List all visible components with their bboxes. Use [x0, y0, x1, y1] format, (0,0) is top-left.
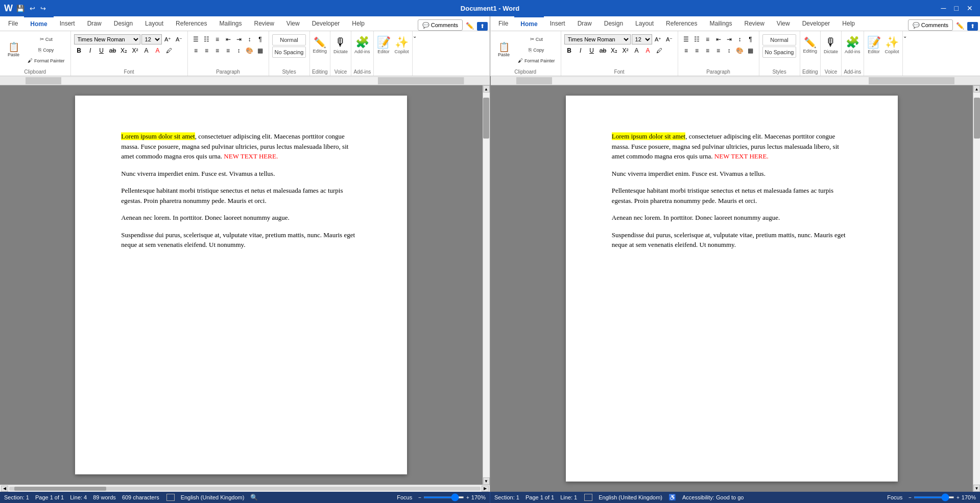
scroll-down-btn-right[interactable]: ▼: [973, 485, 980, 492]
undo-quick-btn[interactable]: ↩: [28, 4, 37, 13]
strikethrough-btn-right[interactable]: ab: [598, 45, 608, 56]
increase-indent-btn-left[interactable]: ⇥: [234, 34, 244, 44]
tab-references-left[interactable]: References: [170, 16, 213, 31]
styles-more-left[interactable]: No Spacing: [272, 47, 306, 58]
share-btn-right[interactable]: ⬆: [967, 22, 978, 31]
styles-gallery-left[interactable]: Normal: [272, 34, 306, 45]
format-painter-btn-left[interactable]: 🖌Format Painter: [25, 56, 67, 66]
align-right-btn-right[interactable]: ≡: [703, 45, 713, 56]
format-painter-btn-right[interactable]: 🖌Format Painter: [515, 56, 558, 66]
highlight-btn-right[interactable]: 🖊: [654, 45, 664, 56]
strikethrough-btn-left[interactable]: ab: [108, 45, 118, 56]
multilevel-btn-left[interactable]: ≡: [212, 34, 223, 44]
cut-btn-right[interactable]: ✂Cut: [515, 34, 558, 44]
scroll-up-btn-right[interactable]: ▲: [973, 85, 980, 93]
zoom-in-icon-left[interactable]: +: [466, 495, 469, 500]
align-left-btn-left[interactable]: ≡: [191, 45, 201, 56]
zoom-slider-right[interactable]: [914, 496, 954, 498]
edit-btn-left[interactable]: ✏️: [463, 21, 477, 31]
tab-mailings-left[interactable]: Mailings: [213, 16, 248, 31]
tab-review-left[interactable]: Review: [248, 16, 280, 31]
superscript-btn-right[interactable]: X²: [620, 45, 631, 56]
borders-btn-right[interactable]: ▦: [746, 45, 756, 56]
paste-btn-right[interactable]: 📋 Paste: [493, 35, 514, 65]
styles-more-right[interactable]: No Spacing: [762, 47, 797, 58]
tab-developer-left[interactable]: Developer: [306, 16, 346, 31]
paste-btn-left[interactable]: 📋 Paste: [3, 35, 24, 65]
justify-btn-left[interactable]: ≡: [223, 45, 233, 56]
maximize-btn[interactable]: □: [951, 3, 962, 13]
multilevel-btn-right[interactable]: ≡: [703, 34, 713, 44]
close-btn[interactable]: ✕: [964, 3, 976, 13]
tab-developer-right[interactable]: Developer: [796, 16, 836, 31]
styles-gallery-right[interactable]: Normal: [762, 34, 797, 45]
tab-file-left[interactable]: File: [2, 16, 24, 31]
copy-btn-right[interactable]: ⎘Copy: [515, 45, 558, 55]
align-right-btn-left[interactable]: ≡: [212, 45, 223, 56]
align-center-btn-left[interactable]: ≡: [202, 45, 212, 56]
minimize-btn[interactable]: ─: [938, 3, 949, 13]
comments-btn-right[interactable]: 💬 Comments: [908, 19, 953, 31]
tab-review-right[interactable]: Review: [738, 16, 771, 31]
edit-btn-right[interactable]: ✏️: [953, 21, 967, 31]
bold-btn-right[interactable]: B: [564, 45, 575, 56]
tab-file-right[interactable]: File: [492, 16, 514, 31]
expand-ribbon-btn-right[interactable]: ⌄: [903, 33, 907, 39]
scroll-up-btn-left[interactable]: ▲: [483, 85, 490, 93]
highlight-btn-left[interactable]: 🖊: [164, 45, 174, 56]
zoom-out-icon-left[interactable]: −: [418, 495, 421, 500]
sort-btn-left[interactable]: ↕: [245, 34, 255, 44]
font-color-btn-left[interactable]: A: [153, 45, 163, 56]
tab-insert-left[interactable]: Insert: [54, 16, 81, 31]
tab-references-right[interactable]: References: [660, 16, 703, 31]
underline-btn-right[interactable]: U: [587, 45, 597, 56]
tab-mailings-right[interactable]: Mailings: [703, 16, 738, 31]
left-doc-scroll[interactable]: Lorem ipsum dolor sit amet, consectetuer…: [0, 85, 483, 485]
scroll-down-btn-left[interactable]: ▼: [483, 477, 490, 485]
scroll-left-btn-left[interactable]: ◀: [1, 486, 8, 492]
tab-view-left[interactable]: View: [280, 16, 306, 31]
zoom-slider-left[interactable]: [423, 496, 464, 498]
shading-btn-left[interactable]: 🎨: [245, 45, 255, 56]
numbering-btn-right[interactable]: ☷: [692, 34, 702, 44]
tab-view-right[interactable]: View: [771, 16, 796, 31]
line-spacing-btn-right[interactable]: ↕: [724, 45, 734, 56]
copy-btn-left[interactable]: ⎘Copy: [25, 45, 67, 55]
right-focus-btn[interactable]: Focus: [887, 494, 902, 500]
font-size-select-right[interactable]: 12: [632, 34, 652, 44]
italic-btn-right[interactable]: I: [576, 45, 586, 56]
right-vscrollbar[interactable]: ▲ ▼: [973, 85, 980, 492]
clear-format-btn-left[interactable]: A: [141, 45, 152, 56]
tab-design-left[interactable]: Design: [108, 16, 139, 31]
left-focus-btn[interactable]: Focus: [397, 494, 412, 500]
increase-font-btn-right[interactable]: A⁺: [653, 34, 663, 44]
italic-btn-left[interactable]: I: [85, 45, 95, 56]
h-scroll-thumb-left[interactable]: [14, 487, 106, 491]
tab-design-right[interactable]: Design: [598, 16, 629, 31]
shading-btn-right[interactable]: 🎨: [735, 45, 745, 56]
clear-format-btn-right[interactable]: A: [632, 45, 642, 56]
tab-draw-left[interactable]: Draw: [81, 16, 108, 31]
tab-draw-right[interactable]: Draw: [571, 16, 598, 31]
sort-btn-right[interactable]: ↕: [735, 34, 745, 44]
tab-help-left[interactable]: Help: [346, 16, 371, 31]
line-spacing-btn-left[interactable]: ↕: [234, 45, 244, 56]
share-btn-left[interactable]: ⬆: [477, 22, 488, 31]
expand-ribbon-btn-left[interactable]: ⌄: [413, 33, 417, 39]
comments-btn-left[interactable]: 💬 Comments: [418, 19, 463, 31]
cut-btn-left[interactable]: ✂Cut: [25, 34, 67, 44]
subscript-btn-right[interactable]: X₂: [609, 45, 619, 56]
borders-btn-left[interactable]: ▦: [255, 45, 266, 56]
underline-btn-left[interactable]: U: [97, 45, 107, 56]
tab-home-right[interactable]: Home: [514, 16, 543, 31]
tab-layout-left[interactable]: Layout: [139, 16, 170, 31]
increase-font-btn-left[interactable]: A⁺: [163, 34, 173, 44]
right-doc-scroll[interactable]: Lorem ipsum dolor sit amet, consectetuer…: [491, 85, 973, 492]
save-quick-btn[interactable]: 💾: [15, 4, 26, 13]
left-vscrollbar[interactable]: ▲ ▼: [483, 85, 490, 485]
bullets-btn-left[interactable]: ☰: [191, 34, 201, 44]
subscript-btn-left[interactable]: X₂: [119, 45, 129, 56]
scroll-thumb-left[interactable]: [483, 98, 489, 139]
align-left-btn-right[interactable]: ≡: [681, 45, 691, 56]
increase-indent-btn-right[interactable]: ⇥: [724, 34, 734, 44]
